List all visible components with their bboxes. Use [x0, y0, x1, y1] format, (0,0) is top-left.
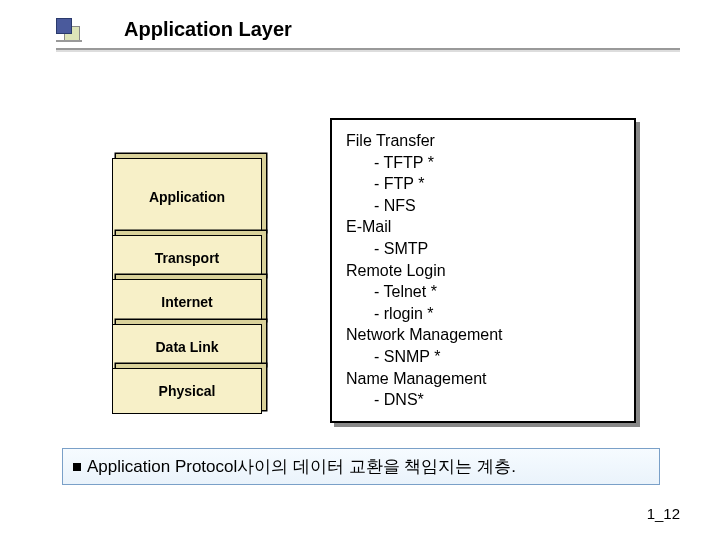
proto-item-rlogin: - rlogin *: [346, 303, 622, 325]
proto-item-ftp: - FTP *: [346, 173, 622, 195]
proto-item-telnet: - Telnet *: [346, 281, 622, 303]
page-number: 1_12: [647, 505, 680, 522]
proto-group-file-transfer: File Transfer: [346, 130, 622, 152]
proto-item-snmp: - SNMP *: [346, 346, 622, 368]
protocol-list-box: File Transfer - TFTP * - FTP * - NFS E-M…: [330, 118, 636, 423]
layer-application: Application: [112, 158, 262, 236]
layer-internet: Internet: [112, 279, 262, 325]
slide-title: Application Layer: [124, 18, 292, 41]
proto-group-email: E-Mail: [346, 216, 622, 238]
proto-group-network-mgmt: Network Management: [346, 324, 622, 346]
proto-item-dns: - DNS*: [346, 389, 622, 411]
layer-physical: Physical: [112, 368, 262, 414]
bullet-square-icon: [73, 463, 81, 471]
proto-item-nfs: - NFS: [346, 195, 622, 217]
title-underline: [56, 48, 680, 50]
proto-group-remote-login: Remote Login: [346, 260, 622, 282]
caption-text: Application Protocol사이의 데이터 교환을 책임지는 계층.: [87, 457, 516, 476]
proto-item-tftp: - TFTP *: [346, 152, 622, 174]
layer-stack: Application Transport Internet Data Link…: [112, 158, 262, 413]
slide-caption: Application Protocol사이의 데이터 교환을 책임지는 계층.: [62, 448, 660, 485]
proto-item-smtp: - SMTP: [346, 238, 622, 260]
layer-transport: Transport: [112, 235, 262, 281]
layer-datalink: Data Link: [112, 324, 262, 370]
proto-group-name-mgmt: Name Management: [346, 368, 622, 390]
slide-header: Application Layer: [56, 18, 680, 58]
